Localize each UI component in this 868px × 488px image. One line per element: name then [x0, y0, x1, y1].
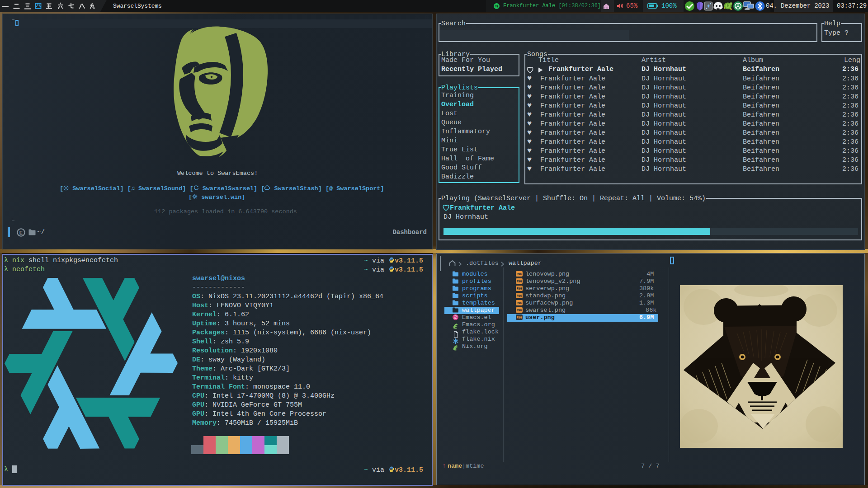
svg-text:PNG: PNG — [517, 273, 522, 276]
svg-text:PNG: PNG — [517, 316, 522, 319]
svg-text:PNG: PNG — [517, 295, 522, 298]
svg-text:PNG: PNG — [517, 280, 522, 283]
svg-text:PNG: PNG — [517, 309, 522, 312]
svg-text:PNG: PNG — [517, 287, 522, 291]
svg-text:E: E — [19, 230, 23, 235]
svg-text:PNG: PNG — [517, 302, 522, 305]
